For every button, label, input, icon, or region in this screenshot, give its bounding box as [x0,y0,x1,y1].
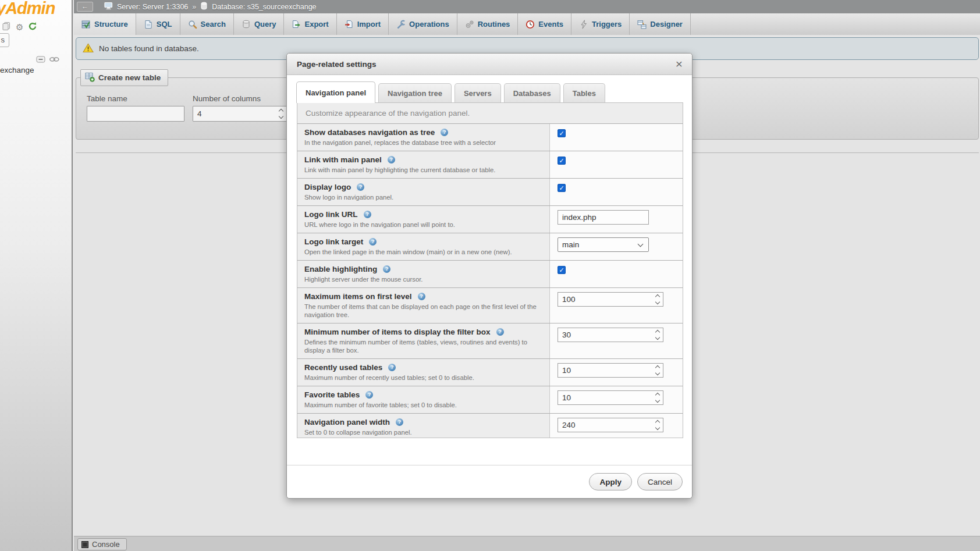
checkbox[interactable]: ✓ [558,184,566,192]
refresh-icon[interactable] [28,22,37,33]
help-icon[interactable]: ? [369,238,377,246]
spinner-icon[interactable] [653,392,662,404]
help-icon[interactable]: ? [496,328,504,336]
table-name-input[interactable] [87,106,184,122]
create-table-legend[interactable]: Create new table [80,69,168,86]
setting-description: Open the linked page in the main window … [304,248,541,256]
setting-description: In the navigation panel, replaces the da… [304,138,541,147]
help-icon[interactable]: ? [396,418,403,426]
help-icon[interactable]: ? [418,293,425,300]
create-table-legend-text: Create new table [98,73,161,82]
help-icon[interactable]: ? [357,183,364,191]
tab-query[interactable]: Query [234,13,285,35]
phpmyadmin-logo[interactable]: yAdmin [0,0,55,18]
help-icon[interactable]: ? [441,129,448,136]
tab-label: Import [357,20,381,29]
help-icon[interactable]: ? [388,156,395,163]
main-tab-bar: StructureSQLSearchQueryExportImportOpera… [74,13,980,35]
help-icon[interactable]: ? [388,364,396,371]
breadcrumb-server[interactable]: Server: Server 1:3306 [117,3,188,11]
setting-description: Link with main panel by highlighting the… [304,166,541,174]
help-icon[interactable]: ? [364,211,371,218]
designer-icon [637,20,647,29]
close-icon[interactable]: × [672,57,686,71]
spinner-icon[interactable] [653,293,662,305]
help-icon[interactable]: ? [383,265,390,273]
cancel-button[interactable]: Cancel [637,473,683,490]
breadcrumb-separator: » [192,3,196,11]
number-input[interactable]: 240 [558,418,663,432]
query-icon [242,20,251,29]
spinner-icon[interactable] [653,364,662,376]
dialog-tab-navigation-tree[interactable]: Navigation tree [378,83,452,102]
checkbox[interactable]: ✓ [558,129,566,137]
page-related-settings-dialog: Page-related settings × Navigation panel… [286,53,693,499]
dialog-footer: Apply Cancel [287,465,692,498]
tab-designer[interactable]: Designer [630,13,691,35]
navigation-panel: yAdmin ⚙ s exchange [0,0,73,551]
back-arrow-button[interactable]: ← [77,2,93,12]
console-icon [81,541,88,548]
dialog-tab-navigation-panel[interactable]: Navigation panel [296,81,375,103]
sidebar-partial-button[interactable]: s [0,33,9,47]
checkbox[interactable]: ✓ [558,157,566,165]
dialog-title-bar[interactable]: Page-related settings [287,54,692,75]
tab-label: Query [254,20,276,29]
tab-routines[interactable]: Routines [457,13,519,35]
tab-search[interactable]: Search [180,13,234,35]
setting-description: Show logo in navigation panel. [304,193,541,201]
setting-description: Defines the minimum number of items (tab… [304,338,541,354]
home-icon[interactable] [2,22,11,33]
dialog-title: Page-related settings [297,60,377,69]
breadcrumb-database[interactable]: Database: s35_sourceexchange [212,3,316,11]
select-dropdown[interactable]: main [558,237,649,252]
events-icon [525,20,535,29]
columns-number-input[interactable]: 4 [193,106,287,122]
tab-triggers[interactable]: Triggers [571,13,630,35]
settings-row: Favorite tables?Maximum number of favori… [297,386,683,413]
setting-label: Display logo [304,183,351,191]
tab-export[interactable]: Export [284,13,336,35]
link-chain-icon[interactable] [49,55,60,66]
chevron-down-icon [638,241,644,247]
settings-row: Show databases navigation as tree?In the… [297,123,683,151]
tab-structure[interactable]: Structure [74,13,136,35]
setting-label: Show databases navigation as tree [304,128,435,137]
tab-operations[interactable]: Operations [389,13,457,35]
console-toggle-button[interactable]: Console [77,538,127,550]
dialog-tab-servers[interactable]: Servers [455,83,501,102]
setting-description: The number of items that can be displaye… [304,303,541,319]
structure-icon [81,20,91,29]
help-icon[interactable]: ? [365,391,373,399]
text-input[interactable]: index.php [558,210,649,225]
spinner-icon[interactable] [276,107,286,120]
apply-button[interactable]: Apply [589,473,632,490]
number-input[interactable]: 10 [558,363,663,378]
dialog-tab-tables[interactable]: Tables [563,83,605,102]
spinner-icon[interactable] [653,419,662,431]
dialog-tab-databases[interactable]: Databases [504,83,560,102]
spinner-icon[interactable] [653,329,662,341]
dialog-tab-bar: Navigation panelNavigation treeServersDa… [287,75,692,102]
setting-label: Navigation panel width [304,418,390,426]
tab-sql[interactable]: SQL [136,13,180,35]
number-input[interactable]: 10 [558,390,663,405]
number-input[interactable]: 100 [558,292,663,307]
number-input[interactable]: 30 [558,328,663,342]
setting-label: Link with main panel [304,155,382,164]
collapse-minus-icon[interactable] [36,54,46,66]
tab-label: Events [538,20,563,29]
settings-row: Display logo?Show logo in navigation pan… [297,178,683,205]
tab-import[interactable]: Import [337,13,389,35]
setting-label: Logo link target [304,237,363,246]
tab-label: SQL [157,20,172,29]
tab-label: Structure [94,20,128,29]
tab-events[interactable]: Events [518,13,571,35]
sql-icon [144,20,153,29]
settings-row: Minimum number of items to display the f… [297,323,683,358]
settings-row: Enable highlighting?Highlight server und… [297,260,683,287]
settings-gear-icon[interactable]: ⚙ [16,23,23,32]
warning-icon [83,43,94,55]
checkbox[interactable]: ✓ [558,266,566,274]
tree-database-label[interactable]: exchange [0,66,34,74]
